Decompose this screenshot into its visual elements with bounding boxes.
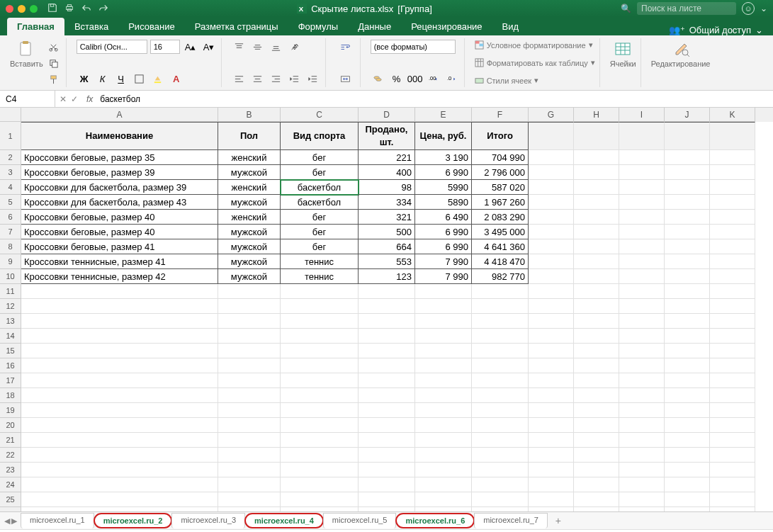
cell[interactable] — [619, 299, 665, 314]
cell[interactable]: Кроссовки беговые, размер 40 — [21, 210, 218, 225]
cell[interactable] — [710, 254, 755, 269]
cell[interactable] — [218, 329, 281, 344]
cell[interactable] — [574, 122, 619, 150]
cell[interactable] — [574, 433, 619, 448]
tab-layout[interactable]: Разметка страницы — [185, 18, 288, 35]
cell[interactable] — [281, 284, 359, 299]
cancel-formula-icon[interactable]: ✕ — [60, 94, 67, 104]
cell[interactable] — [21, 477, 218, 492]
cell[interactable] — [574, 150, 619, 165]
cell[interactable] — [281, 433, 359, 448]
select-all-corner[interactable] — [0, 108, 21, 122]
cell[interactable] — [710, 433, 755, 448]
align-middle-icon[interactable] — [250, 40, 266, 54]
cell[interactable]: 221 — [359, 150, 415, 165]
cell[interactable] — [529, 358, 574, 373]
cell[interactable] — [218, 433, 281, 448]
cell[interactable] — [218, 418, 281, 433]
cell[interactable] — [281, 418, 359, 433]
cell[interactable] — [415, 477, 472, 492]
cell[interactable] — [359, 314, 415, 329]
cell[interactable] — [619, 254, 665, 269]
cell[interactable] — [619, 388, 665, 403]
cell[interactable] — [529, 388, 574, 403]
cell[interactable] — [619, 373, 665, 388]
cell[interactable] — [710, 492, 755, 507]
cell[interactable] — [359, 329, 415, 344]
row-header[interactable]: 12 — [0, 299, 21, 314]
header-cell[interactable]: Продано, шт. — [359, 122, 415, 150]
row-header[interactable]: 1 — [0, 122, 21, 150]
sheet-tab[interactable]: microexcel.ru_3 — [171, 513, 245, 528]
increase-decimal-icon[interactable]: .00 — [426, 72, 441, 86]
cell[interactable]: 98 — [359, 180, 415, 195]
col-header-H[interactable]: H — [574, 108, 619, 122]
cell[interactable] — [574, 225, 619, 239]
cell[interactable] — [710, 403, 755, 418]
cell[interactable] — [619, 150, 665, 165]
cell[interactable] — [281, 448, 359, 463]
cell[interactable] — [619, 477, 665, 492]
cell[interactable] — [574, 299, 619, 314]
cell[interactable]: 4 641 360 — [472, 239, 529, 254]
cell[interactable]: 4 418 470 — [472, 254, 529, 269]
formula-input[interactable]: баскетбол — [97, 94, 773, 104]
cell[interactable] — [574, 448, 619, 463]
cell[interactable] — [281, 388, 359, 403]
sheet-nav-next-icon[interactable]: ▶ — [11, 516, 17, 526]
cell[interactable] — [218, 403, 281, 418]
cell[interactable] — [359, 344, 415, 358]
share-button[interactable]: 👥⁺Общий доступ⌄ — [659, 25, 773, 35]
cell[interactable] — [21, 433, 218, 448]
cell[interactable] — [619, 195, 665, 210]
col-header-A[interactable]: A — [21, 108, 218, 122]
cell[interactable] — [415, 299, 472, 314]
header-cell[interactable]: Цена, руб. — [415, 122, 472, 150]
cell[interactable] — [529, 299, 574, 314]
cell[interactable]: 7 990 — [415, 269, 472, 284]
row-header[interactable]: 25 — [0, 492, 21, 507]
cell[interactable]: женский — [218, 180, 281, 195]
redo-icon[interactable] — [98, 3, 108, 15]
col-header-F[interactable]: F — [472, 108, 529, 122]
sheet-tab[interactable]: microexcel.ru_4 — [244, 513, 324, 528]
col-header-I[interactable]: I — [619, 108, 665, 122]
cell[interactable] — [218, 373, 281, 388]
format-as-table-button[interactable]: Форматировать как таблицу▾ — [475, 57, 595, 68]
cell[interactable] — [529, 344, 574, 358]
cell[interactable] — [665, 373, 710, 388]
cell[interactable] — [529, 269, 574, 284]
spreadsheet-grid[interactable]: A B C D E F G H I J K 1НаименованиеПолВи… — [0, 108, 773, 511]
close-window[interactable] — [6, 5, 13, 13]
font-size-select[interactable] — [150, 40, 180, 54]
cell[interactable] — [710, 373, 755, 388]
cell[interactable] — [574, 284, 619, 299]
cell[interactable]: бег — [281, 210, 359, 225]
cell[interactable] — [359, 358, 415, 373]
cell[interactable]: 982 770 — [472, 269, 529, 284]
cell[interactable] — [574, 477, 619, 492]
cell[interactable] — [21, 329, 218, 344]
cell[interactable]: 2 083 290 — [472, 210, 529, 225]
cell[interactable] — [574, 165, 619, 180]
row-header[interactable]: 6 — [0, 210, 21, 225]
tab-insert[interactable]: Вставка — [64, 18, 118, 35]
cell[interactable]: 704 990 — [472, 150, 529, 165]
cell[interactable] — [710, 358, 755, 373]
cell[interactable] — [619, 122, 665, 150]
cell[interactable] — [529, 165, 574, 180]
cell[interactable]: 2 796 000 — [472, 165, 529, 180]
cell[interactable] — [665, 344, 710, 358]
cell[interactable] — [619, 284, 665, 299]
align-right-icon[interactable] — [269, 72, 284, 86]
row-header[interactable]: 15 — [0, 344, 21, 358]
sheet-tab[interactable]: microexcel.ru_5 — [323, 513, 397, 528]
cell[interactable] — [710, 448, 755, 463]
cell[interactable] — [415, 433, 472, 448]
cell[interactable] — [281, 492, 359, 507]
cell[interactable]: 6 990 — [415, 225, 472, 239]
minimize-window[interactable] — [18, 5, 26, 13]
col-header-B[interactable]: B — [218, 108, 281, 122]
cell[interactable] — [665, 314, 710, 329]
cell[interactable] — [21, 358, 218, 373]
